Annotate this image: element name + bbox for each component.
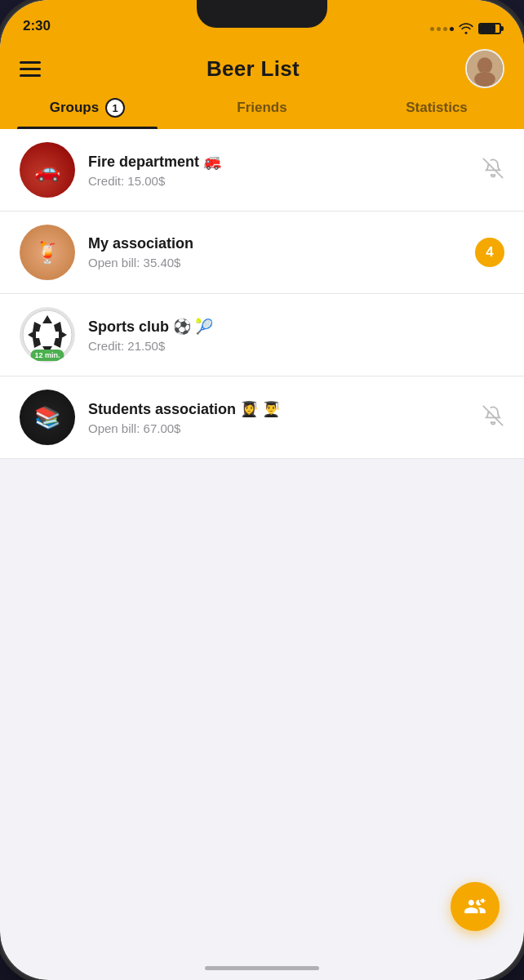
group-info-sports: Sports club ⚽ 🎾 Credit: 21.50$ [88,318,491,353]
list-item[interactable]: 🍹 My association Open bill: 35.40$ 4 [0,212,524,294]
svg-point-1 [477,57,492,74]
tab-friends[interactable]: Friends [175,98,349,129]
group-info-fire: Fire department 🚒 Credit: 15.00$ [88,153,468,188]
tab-friends-label: Friends [237,100,286,116]
group-action-bell[interactable] [482,157,504,183]
notch [197,0,327,28]
hamburger-icon [20,61,41,64]
group-subtitle: Open bill: 67.00$ [88,421,468,435]
status-time: 2:30 [23,18,51,34]
tab-groups[interactable]: Groups 1 [0,98,175,129]
group-info-assoc: My association Open bill: 35.40$ [88,235,462,270]
status-icons [430,23,501,34]
list-item[interactable]: 🚗 Fire department 🚒 Credit: 15.00$ [0,129,524,212]
phone-frame: 2:30 [0,0,524,980]
svg-rect-15 [480,900,486,901]
group-avatar-sports: 12 min. [20,307,75,363]
bell-muted-icon [482,404,504,427]
list-item[interactable]: 📚 Students association 👩‍🎓 👨‍🎓 Open bill… [0,376,524,459]
hamburger-icon [20,74,41,77]
hamburger-icon [20,68,41,70]
tabs-container: Groups 1 Friends Statistics [0,88,524,129]
group-action-badge: 4 [475,238,504,267]
add-user-icon [464,895,486,918]
group-subtitle: Credit: 21.50$ [88,339,491,353]
group-avatar-assoc: 🍹 [20,225,75,280]
group-avatar-fire: 🚗 [20,142,75,198]
battery-icon [478,23,501,34]
group-avatar-students: 📚 [20,390,75,445]
add-group-fab[interactable] [451,882,500,931]
group-name: My association [88,235,462,252]
list-item[interactable]: 12 min. Sports club ⚽ 🎾 Credit: 21.50$ [0,294,524,376]
groups-list: 🚗 Fire department 🚒 Credit: 15.00$ 🍹 [0,129,524,459]
group-subtitle: Open bill: 35.40$ [88,256,462,270]
menu-button[interactable] [20,61,41,77]
group-name: Fire department 🚒 [88,153,468,171]
wifi-icon [459,23,473,34]
header: Beer List [0,41,524,88]
bell-muted-icon [482,157,504,180]
home-indicator [205,966,319,970]
group-name: Students association 👩‍🎓 👨‍🎓 [88,400,468,418]
group-action-bell2[interactable] [482,404,504,430]
user-avatar[interactable] [465,49,504,88]
group-subtitle: Credit: 15.00$ [88,174,468,188]
timer-badge: 12 min. [30,350,64,361]
tab-groups-label: Groups [50,100,99,116]
page-title: Beer List [206,56,300,82]
groups-badge: 1 [105,98,125,118]
group-info-students: Students association 👩‍🎓 👨‍🎓 Open bill: … [88,400,468,435]
tab-statistics-label: Statistics [406,100,468,116]
screen: 2:30 [0,0,524,980]
tab-statistics[interactable]: Statistics [349,98,524,129]
signal-icon [430,27,454,31]
svg-point-3 [474,72,495,87]
notification-badge: 4 [475,238,504,267]
group-name: Sports club ⚽ 🎾 [88,318,491,336]
